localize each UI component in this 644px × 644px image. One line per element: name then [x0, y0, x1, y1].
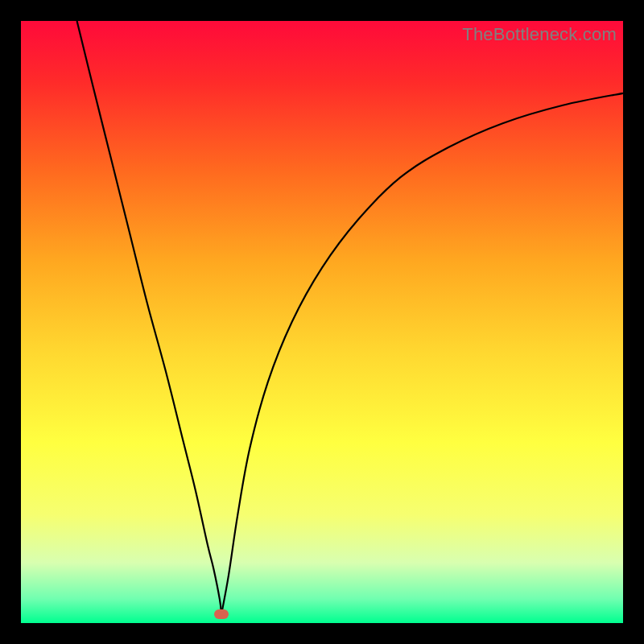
bottleneck-curve-plot [21, 21, 623, 623]
watermark-text: TheBottleneck.com [462, 24, 617, 45]
plot-frame: TheBottleneck.com [21, 21, 623, 623]
gradient-background [21, 21, 623, 623]
minimum-marker-dot [214, 609, 229, 619]
